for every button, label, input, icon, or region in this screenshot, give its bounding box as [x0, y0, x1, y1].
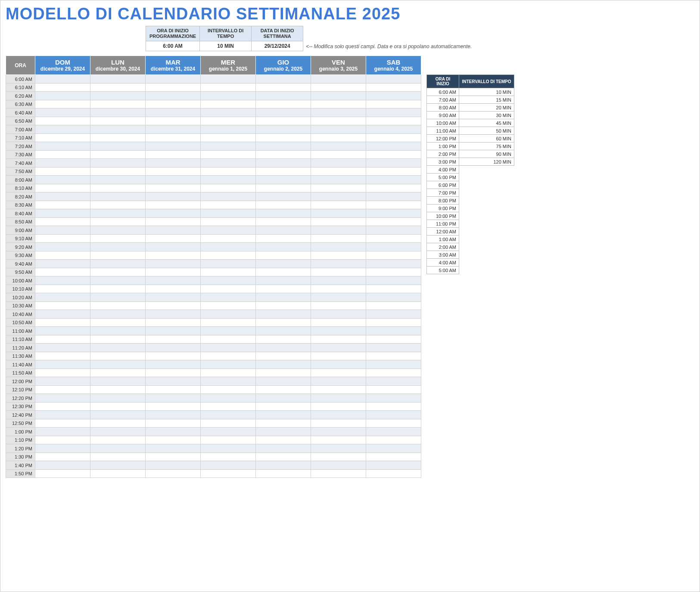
- calendar-cell[interactable]: [35, 318, 90, 327]
- calendar-cell[interactable]: [35, 385, 90, 394]
- calendar-cell[interactable]: [201, 83, 256, 92]
- calendar-cell[interactable]: [311, 444, 366, 453]
- calendar-cell[interactable]: [311, 436, 366, 444]
- calendar-cell[interactable]: [366, 276, 421, 285]
- calendar-cell[interactable]: [201, 327, 256, 335]
- calendar-cell[interactable]: [366, 402, 421, 411]
- calendar-cell[interactable]: [90, 184, 146, 192]
- calendar-cell[interactable]: [35, 243, 90, 251]
- calendar-cell[interactable]: [256, 428, 311, 436]
- calendar-cell[interactable]: [146, 360, 201, 369]
- calendar-cell[interactable]: [90, 209, 146, 218]
- calendar-cell[interactable]: [256, 108, 311, 117]
- calendar-cell[interactable]: [35, 159, 90, 167]
- calendar-cell[interactable]: [35, 469, 90, 478]
- calendar-cell[interactable]: [311, 352, 366, 360]
- config-value-interval[interactable]: 10 MIN: [200, 41, 252, 51]
- calendar-cell[interactable]: [311, 402, 366, 411]
- calendar-cell[interactable]: [311, 167, 366, 176]
- calendar-cell[interactable]: [35, 327, 90, 335]
- calendar-cell[interactable]: [90, 260, 146, 268]
- calendar-cell[interactable]: [90, 411, 146, 419]
- calendar-cell[interactable]: [146, 419, 201, 428]
- calendar-cell[interactable]: [256, 217, 311, 226]
- calendar-cell[interactable]: [366, 260, 421, 268]
- calendar-cell[interactable]: [311, 411, 366, 419]
- calendar-cell[interactable]: [146, 327, 201, 335]
- calendar-cell[interactable]: [146, 260, 201, 268]
- calendar-cell[interactable]: [146, 226, 201, 235]
- calendar-cell[interactable]: [366, 243, 421, 251]
- calendar-cell[interactable]: [90, 243, 146, 251]
- calendar-cell[interactable]: [35, 201, 90, 209]
- calendar-cell[interactable]: [146, 176, 201, 184]
- calendar-cell[interactable]: [90, 92, 146, 100]
- calendar-cell[interactable]: [256, 360, 311, 369]
- calendar-cell[interactable]: [256, 268, 311, 276]
- calendar-cell[interactable]: [366, 369, 421, 377]
- calendar-cell[interactable]: [311, 117, 366, 125]
- config-value-start[interactable]: 6:00 AM: [146, 41, 200, 51]
- calendar-cell[interactable]: [366, 226, 421, 235]
- calendar-cell[interactable]: [311, 234, 366, 243]
- calendar-cell[interactable]: [201, 285, 256, 293]
- calendar-cell[interactable]: [35, 344, 90, 352]
- calendar-cell[interactable]: [366, 159, 421, 167]
- calendar-cell[interactable]: [90, 108, 146, 117]
- calendar-cell[interactable]: [146, 125, 201, 134]
- calendar-cell[interactable]: [35, 75, 90, 84]
- calendar-cell[interactable]: [90, 428, 146, 436]
- calendar-cell[interactable]: [90, 352, 146, 360]
- calendar-cell[interactable]: [366, 428, 421, 436]
- calendar-cell[interactable]: [256, 83, 311, 92]
- calendar-cell[interactable]: [146, 377, 201, 386]
- calendar-cell[interactable]: [366, 419, 421, 428]
- calendar-cell[interactable]: [146, 285, 201, 293]
- calendar-cell[interactable]: [90, 377, 146, 386]
- calendar-cell[interactable]: [256, 133, 311, 142]
- calendar-cell[interactable]: [256, 142, 311, 151]
- calendar-cell[interactable]: [311, 184, 366, 192]
- calendar-cell[interactable]: [256, 377, 311, 386]
- calendar-cell[interactable]: [366, 461, 421, 470]
- calendar-cell[interactable]: [201, 217, 256, 226]
- calendar-cell[interactable]: [201, 226, 256, 235]
- calendar-cell[interactable]: [256, 402, 311, 411]
- calendar-cell[interactable]: [146, 352, 201, 360]
- calendar-cell[interactable]: [201, 276, 256, 285]
- calendar-cell[interactable]: [256, 344, 311, 352]
- calendar-cell[interactable]: [90, 176, 146, 184]
- calendar-cell[interactable]: [311, 125, 366, 134]
- calendar-cell[interactable]: [256, 394, 311, 403]
- calendar-cell[interactable]: [366, 209, 421, 218]
- calendar-cell[interactable]: [201, 268, 256, 276]
- calendar-cell[interactable]: [35, 268, 90, 276]
- calendar-cell[interactable]: [311, 276, 366, 285]
- calendar-cell[interactable]: [366, 142, 421, 151]
- calendar-cell[interactable]: [146, 301, 201, 310]
- calendar-cell[interactable]: [201, 352, 256, 360]
- calendar-cell[interactable]: [366, 251, 421, 260]
- calendar-cell[interactable]: [90, 385, 146, 394]
- calendar-cell[interactable]: [201, 108, 256, 117]
- calendar-cell[interactable]: [90, 285, 146, 293]
- config-value-weekstart[interactable]: 29/12/2024: [252, 41, 303, 51]
- calendar-cell[interactable]: [311, 285, 366, 293]
- calendar-cell[interactable]: [35, 251, 90, 260]
- calendar-cell[interactable]: [201, 428, 256, 436]
- calendar-cell[interactable]: [90, 327, 146, 335]
- calendar-cell[interactable]: [146, 251, 201, 260]
- calendar-cell[interactable]: [256, 285, 311, 293]
- calendar-cell[interactable]: [35, 100, 90, 108]
- calendar-cell[interactable]: [256, 444, 311, 453]
- calendar-cell[interactable]: [201, 444, 256, 453]
- calendar-cell[interactable]: [311, 461, 366, 470]
- calendar-cell[interactable]: [35, 217, 90, 226]
- calendar-cell[interactable]: [201, 100, 256, 108]
- calendar-cell[interactable]: [201, 150, 256, 159]
- calendar-cell[interactable]: [90, 276, 146, 285]
- calendar-cell[interactable]: [256, 117, 311, 125]
- calendar-cell[interactable]: [146, 268, 201, 276]
- calendar-cell[interactable]: [35, 92, 90, 100]
- calendar-cell[interactable]: [201, 176, 256, 184]
